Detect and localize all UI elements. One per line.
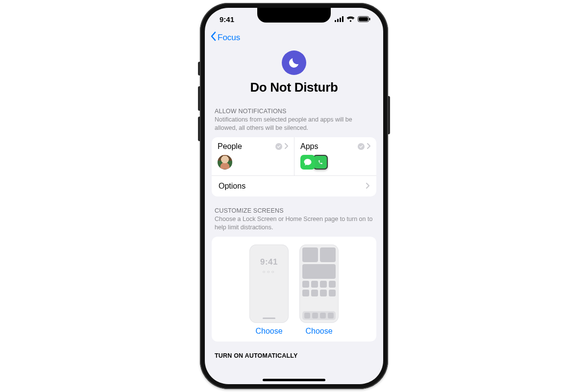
chevron-right-icon [367, 142, 370, 151]
back-button[interactable]: Focus [210, 31, 240, 44]
messages-app-icon [300, 155, 315, 170]
people-label: People [218, 142, 242, 151]
allow-sub: Notifications from selected people and a… [215, 116, 373, 132]
check-badge-icon [275, 143, 282, 150]
check-badge-icon [358, 143, 365, 150]
status-time: 9:41 [220, 15, 234, 24]
svg-rect-5 [359, 17, 368, 21]
customize-card: 9:41 ○○○ Choose [212, 237, 376, 342]
customize-sub: Choose a Lock Screen or Home Screen page… [215, 215, 373, 232]
apps-label: Apps [300, 142, 318, 151]
customize-title: CUSTOMIZE SCREENS [215, 207, 373, 214]
home-screen-thumb[interactable] [299, 245, 339, 323]
allow-section-header: ALLOW NOTIFICATIONS Notifications from s… [205, 108, 383, 137]
moon-icon [282, 50, 306, 75]
svg-rect-2 [340, 18, 341, 22]
back-label: Focus [218, 33, 240, 43]
page-title: Do Not Disturb [205, 80, 383, 95]
choose-home-button[interactable]: Choose [305, 327, 332, 336]
wifi-icon [346, 16, 355, 22]
nav-bar: Focus [205, 30, 383, 48]
lock-thumb-time: 9:41 [249, 257, 289, 267]
apps-cell[interactable]: Apps [294, 137, 376, 175]
allow-card: People [212, 137, 376, 196]
svg-rect-1 [337, 19, 339, 23]
phone-app-icon [313, 155, 328, 170]
lock-screen-thumb[interactable]: 9:41 ○○○ [249, 245, 289, 323]
options-row[interactable]: Options [212, 175, 376, 196]
options-label: Options [219, 182, 245, 191]
people-cell[interactable]: People [212, 137, 294, 175]
cellular-icon [335, 16, 343, 22]
status-indicators [335, 16, 370, 22]
lock-thumb-handle [263, 318, 275, 319]
customize-section-header: CUSTOMIZE SCREENS Choose a Lock Screen o… [205, 207, 383, 237]
choose-lock-button[interactable]: Choose [255, 327, 282, 336]
phone-frame: 9:41 [200, 3, 388, 389]
person-avatar [218, 155, 232, 170]
home-indicator[interactable] [263, 379, 325, 381]
auto-title: TURN ON AUTOMATICALLY [205, 352, 383, 359]
allow-title: ALLOW NOTIFICATIONS [215, 108, 373, 115]
chevron-left-icon [210, 31, 217, 44]
svg-rect-6 [369, 18, 370, 21]
svg-rect-3 [342, 16, 343, 22]
chevron-right-icon [284, 142, 288, 151]
lock-thumb-widgets: ○○○ [249, 269, 289, 274]
svg-rect-0 [335, 20, 336, 22]
notch [257, 8, 331, 23]
screen: 9:41 [205, 8, 383, 384]
home-thumb-dock [302, 311, 336, 320]
battery-icon [358, 16, 370, 22]
chevron-right-icon [366, 182, 369, 191]
hero: Do Not Disturb [205, 48, 383, 108]
